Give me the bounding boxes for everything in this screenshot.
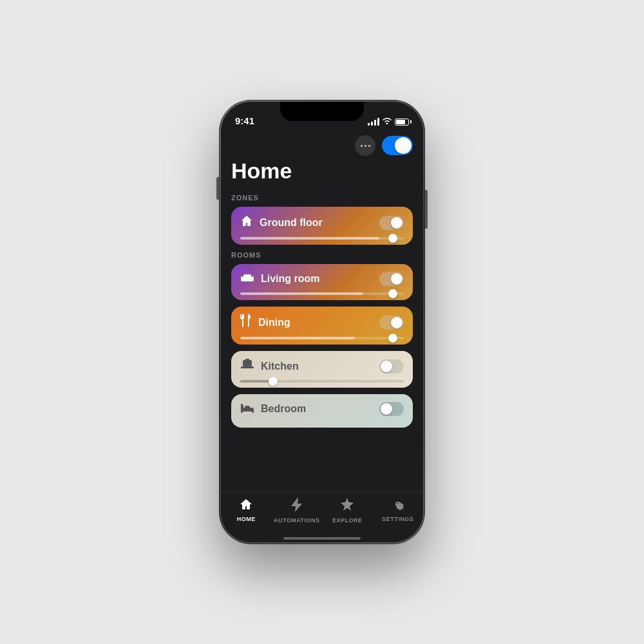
zones-section: ZONES Groun (231, 194, 413, 251)
room-card-ground-floor[interactable]: Ground floor (231, 207, 413, 245)
settings-nav-label: SETTINGS (382, 516, 413, 522)
nav-settings[interactable]: SETTINGS (373, 498, 424, 522)
more-dots (361, 145, 370, 147)
nav-home[interactable]: HOME (221, 498, 272, 522)
dining-toggle[interactable] (379, 316, 404, 330)
phone-frame: 9:41 (219, 100, 425, 544)
svg-rect-3 (243, 274, 251, 278)
page-title: Home (231, 158, 413, 184)
svg-rect-16 (252, 410, 254, 413)
room-card-kitchen[interactable]: Kitchen (231, 351, 413, 388)
status-bar: 9:41 (221, 102, 423, 130)
rooms-section: ROOMS (231, 251, 413, 434)
sofa-icon (240, 272, 254, 286)
svg-rect-17 (241, 404, 243, 413)
bedroom-name: Bedroom (261, 403, 306, 415)
nav-explore[interactable]: EXPLORE (322, 498, 373, 524)
kitchen-name: Kitchen (261, 361, 299, 372)
nav-automations[interactable]: AUTOMATIONS (272, 498, 323, 524)
dining-icon (240, 314, 252, 330)
living-room-slider[interactable] (240, 292, 404, 295)
svg-rect-9 (245, 359, 249, 361)
ground-floor-name: Ground floor (260, 217, 323, 229)
more-button[interactable] (355, 135, 375, 156)
battery-icon (395, 118, 409, 126)
app-content: Home ZONES (221, 130, 423, 492)
automations-nav-icon (291, 498, 303, 515)
room-card-bedroom[interactable]: Bedroom (231, 394, 413, 428)
status-icons (368, 117, 409, 126)
status-time: 9:41 (235, 115, 254, 126)
automations-nav-label: AUTOMATIONS (274, 517, 320, 524)
header (231, 130, 413, 158)
svg-rect-8 (241, 366, 254, 368)
room-card-living-room[interactable]: Living room (231, 264, 413, 300)
home-nav-label: HOME (237, 516, 256, 522)
explore-nav-icon (341, 498, 354, 515)
zones-label: ZONES (231, 194, 413, 202)
home-nav-icon (239, 498, 253, 514)
svg-rect-14 (245, 406, 250, 408)
kitchen-icon (240, 359, 254, 374)
explore-nav-label: EXPLORE (332, 517, 363, 524)
notch (280, 102, 364, 121)
battery-fill (396, 120, 405, 124)
global-power-toggle[interactable] (382, 136, 413, 155)
ground-floor-slider[interactable] (240, 237, 404, 240)
bedroom-toggle[interactable] (379, 402, 404, 416)
rooms-label: ROOMS (231, 251, 413, 259)
living-room-name: Living room (261, 273, 320, 285)
house-icon (240, 214, 253, 231)
dining-name: Dining (258, 317, 290, 328)
phone-inner: 9:41 (221, 102, 423, 542)
settings-nav-icon (392, 498, 404, 514)
home-indicator (221, 538, 423, 542)
room-card-dining[interactable]: Dining (231, 307, 413, 345)
wifi-icon (383, 117, 392, 126)
bed-icon (240, 402, 254, 416)
living-room-toggle[interactable] (379, 272, 404, 286)
svg-rect-5 (242, 319, 243, 327)
signal-icon (368, 118, 379, 126)
kitchen-slider[interactable] (240, 380, 404, 383)
dining-slider[interactable] (240, 337, 404, 339)
bottom-nav: HOME AUTOMATIONS E (221, 492, 423, 538)
screen: 9:41 (221, 102, 423, 542)
ground-floor-toggle[interactable] (379, 216, 404, 230)
kitchen-toggle[interactable] (379, 359, 404, 374)
